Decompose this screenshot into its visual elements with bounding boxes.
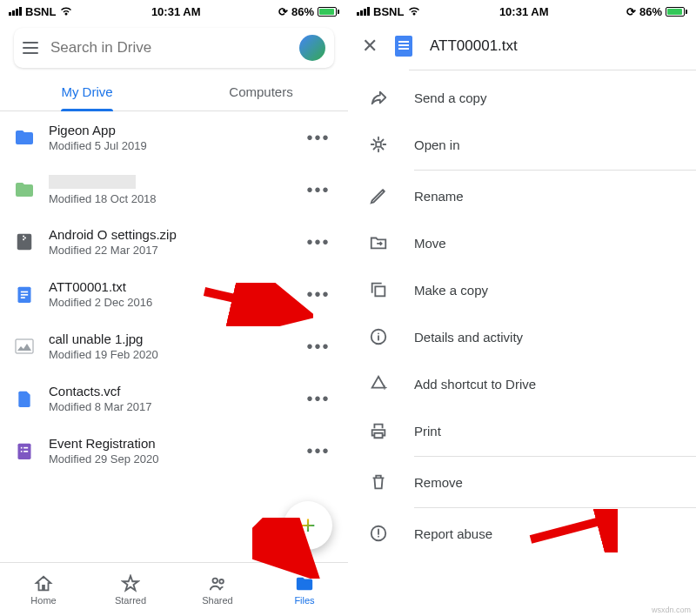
more-button[interactable]: ••• xyxy=(303,435,334,466)
home-icon xyxy=(34,574,53,593)
list-item[interactable]: ATT00001.txtModified 2 Dec 2016 ••• xyxy=(0,268,348,320)
open-in-icon xyxy=(369,135,388,154)
file-name: ATT00001.txt xyxy=(49,279,289,294)
more-button[interactable]: ••• xyxy=(303,174,334,205)
nav-files[interactable]: Files xyxy=(261,563,348,616)
svg-rect-1 xyxy=(23,236,24,238)
close-icon[interactable]: ✕ xyxy=(362,35,378,57)
svg-rect-16 xyxy=(376,142,381,147)
bottom-nav: Home Starred Shared Files xyxy=(0,562,348,616)
search-placeholder: Search in Drive xyxy=(50,39,287,57)
screen-action-sheet: BSNL 10:31 AM ⟳ 86% ✕ ATT00001.txt Send … xyxy=(348,0,696,616)
sheet-header: ✕ ATT00001.txt xyxy=(348,23,696,70)
tabs: My Drive Computers xyxy=(0,73,348,111)
menu-move[interactable]: Move xyxy=(348,219,696,266)
list-item[interactable]: Pigeon AppModified 5 Jul 2019 ••• xyxy=(0,111,348,164)
nav-starred[interactable]: Starred xyxy=(87,563,174,616)
plus-icon: + xyxy=(300,512,316,539)
list-item[interactable]: Event RegistrationModified 29 Sep 2020 •… xyxy=(0,425,348,477)
menu-rename[interactable]: Rename xyxy=(348,172,696,219)
search-wrap: Search in Drive xyxy=(0,23,348,73)
hamburger-icon[interactable] xyxy=(23,42,38,54)
menu-details[interactable]: Details and activity xyxy=(348,313,696,360)
screen-drive-list: BSNL 10:31 AM ⟳ 86% Search in Drive My D… xyxy=(0,0,348,616)
menu-print[interactable]: Print xyxy=(348,407,696,454)
svg-text:+: + xyxy=(382,382,387,392)
svg-rect-11 xyxy=(23,447,28,449)
more-button[interactable]: ••• xyxy=(303,122,334,153)
more-button[interactable]: ••• xyxy=(303,383,334,414)
file-meta: Modified 2 Dec 2016 xyxy=(49,296,289,309)
file-meta: Modified 22 Mar 2017 xyxy=(49,244,289,257)
menu-send-copy[interactable]: Send a copy xyxy=(348,74,696,121)
tab-my-drive[interactable]: My Drive xyxy=(0,73,174,110)
file-meta: Modified 5 Jul 2019 xyxy=(49,139,289,152)
folder-icon xyxy=(14,179,35,200)
nav-home[interactable]: Home xyxy=(0,563,87,616)
svg-rect-2 xyxy=(24,238,26,239)
status-left: BSNL xyxy=(357,5,421,18)
file-name: call unable 1.jpg xyxy=(49,331,289,346)
copy-icon xyxy=(369,280,388,299)
vcf-icon xyxy=(14,388,35,409)
menu-report[interactable]: Report abuse xyxy=(348,510,696,557)
status-bar: BSNL 10:31 AM ⟳ 86% xyxy=(0,0,348,23)
battery-pct: 86% xyxy=(291,5,314,18)
menu-open-in[interactable]: Open in xyxy=(348,121,696,168)
status-right: ⟳ 86% xyxy=(626,5,687,18)
list-item[interactable]: Modified 18 Oct 2018 ••• xyxy=(0,164,348,216)
status-right: ⟳ 86% xyxy=(278,5,339,18)
svg-rect-17 xyxy=(375,286,385,296)
zip-icon xyxy=(14,231,35,252)
carrier-label: BSNL xyxy=(25,5,56,18)
trash-icon xyxy=(369,472,388,492)
file-name: Android O settings.zip xyxy=(49,227,289,242)
svg-rect-13 xyxy=(23,451,28,452)
report-icon xyxy=(369,524,388,543)
file-name: Event Registration xyxy=(49,436,289,451)
search-box[interactable]: Search in Drive xyxy=(14,28,334,68)
list-item[interactable]: Contacts.vcfModified 8 Mar 2017 ••• xyxy=(0,372,348,425)
menu-remove[interactable]: Remove xyxy=(348,459,696,506)
tab-computers[interactable]: Computers xyxy=(174,73,348,110)
menu-make-copy[interactable]: Make a copy xyxy=(348,266,696,313)
form-icon xyxy=(14,440,35,461)
divider xyxy=(414,170,696,171)
file-meta: Modified 8 Mar 2017 xyxy=(49,400,289,413)
svg-rect-8 xyxy=(16,339,33,353)
share-arrow-icon xyxy=(369,88,388,107)
file-list: Pigeon AppModified 5 Jul 2019 ••• Modifi… xyxy=(0,111,348,477)
svg-rect-7 xyxy=(21,297,25,298)
divider xyxy=(414,456,696,457)
file-name: Pigeon App xyxy=(49,123,289,137)
svg-point-15 xyxy=(219,579,224,583)
svg-rect-12 xyxy=(21,451,23,452)
move-icon xyxy=(369,233,388,252)
more-button[interactable]: ••• xyxy=(303,226,334,258)
wifi-icon xyxy=(407,6,421,17)
fab-add-button[interactable]: + xyxy=(284,501,332,550)
watermark: wsxdn.com xyxy=(652,606,691,614)
nav-shared[interactable]: Shared xyxy=(174,563,261,616)
file-meta: Modified 18 Oct 2018 xyxy=(49,192,289,205)
status-bar: BSNL 10:31 AM ⟳ 86% xyxy=(348,0,696,23)
list-item[interactable]: Android O settings.zipModified 22 Mar 20… xyxy=(0,216,348,268)
folder-icon xyxy=(14,127,35,148)
list-item[interactable]: call unable 1.jpgModified 19 Feb 2020 ••… xyxy=(0,320,348,372)
status-time: 10:31 AM xyxy=(151,5,201,18)
people-icon xyxy=(208,574,227,593)
avatar[interactable] xyxy=(299,35,325,61)
status-left: BSNL xyxy=(9,5,73,18)
menu-add-shortcut[interactable]: + Add shortcut to Drive xyxy=(348,360,696,407)
info-icon xyxy=(369,327,388,346)
menu-list: Send a copy Open in Rename Move Make a c… xyxy=(348,70,696,557)
svg-point-14 xyxy=(213,578,218,583)
more-button[interactable]: ••• xyxy=(303,331,334,362)
file-name: Contacts.vcf xyxy=(49,384,289,398)
file-name xyxy=(49,175,136,189)
wifi-icon xyxy=(59,6,73,17)
folder-icon xyxy=(295,574,314,593)
file-meta: Modified 19 Feb 2020 xyxy=(49,348,289,361)
more-button[interactable]: ••• xyxy=(303,278,334,310)
svg-rect-10 xyxy=(21,447,23,449)
